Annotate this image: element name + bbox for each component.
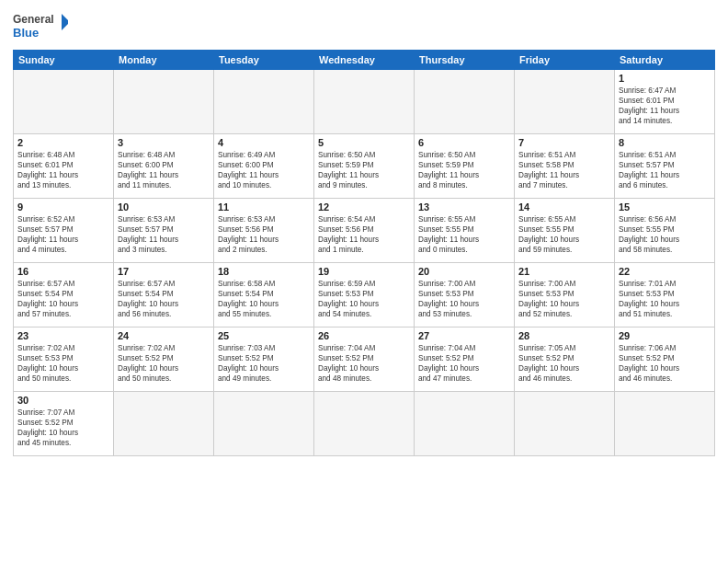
calendar-cell: 16Sunrise: 6:57 AM Sunset: 5:54 PM Dayli… [14, 263, 114, 327]
page-header: General Blue [13, 9, 715, 44]
day-info: Sunrise: 6:50 AM Sunset: 5:59 PM Dayligh… [318, 150, 410, 190]
day-number: 1 [619, 73, 711, 84]
day-number: 6 [418, 137, 510, 148]
calendar-cell: 7Sunrise: 6:51 AM Sunset: 5:58 PM Daylig… [515, 134, 615, 199]
day-info: Sunrise: 7:02 AM Sunset: 5:53 PM Dayligh… [17, 343, 109, 384]
day-info: Sunrise: 6:55 AM Sunset: 5:55 PM Dayligh… [418, 214, 510, 255]
day-info: Sunrise: 6:53 AM Sunset: 5:57 PM Dayligh… [118, 214, 210, 255]
day-number: 3 [118, 137, 210, 148]
day-info: Sunrise: 6:54 AM Sunset: 5:56 PM Dayligh… [318, 214, 410, 255]
calendar-cell: 30Sunrise: 7:07 AM Sunset: 5:52 PM Dayli… [14, 392, 114, 456]
day-number: 8 [619, 137, 711, 148]
calendar-cell: 11Sunrise: 6:53 AM Sunset: 5:56 PM Dayli… [214, 199, 314, 263]
day-info: Sunrise: 6:47 AM Sunset: 6:01 PM Dayligh… [619, 86, 711, 126]
calendar-cell: 13Sunrise: 6:55 AM Sunset: 5:55 PM Dayli… [415, 199, 515, 263]
day-number: 21 [518, 266, 610, 277]
weekday-header-wednesday: Wednesday [314, 51, 415, 70]
weekday-header-sunday: Sunday [14, 51, 114, 70]
calendar-cell: 3Sunrise: 6:48 AM Sunset: 6:00 PM Daylig… [114, 134, 214, 199]
day-number: 23 [17, 330, 109, 341]
day-number: 28 [518, 330, 610, 341]
day-info: Sunrise: 6:59 AM Sunset: 5:53 PM Dayligh… [318, 279, 410, 319]
calendar-week-5: 23Sunrise: 7:02 AM Sunset: 5:53 PM Dayli… [14, 327, 715, 392]
calendar-cell [314, 70, 415, 134]
calendar-cell [214, 392, 314, 456]
calendar-cell: 20Sunrise: 7:00 AM Sunset: 5:53 PM Dayli… [415, 263, 515, 327]
day-number: 27 [418, 330, 510, 341]
day-info: Sunrise: 6:52 AM Sunset: 5:57 PM Dayligh… [17, 214, 109, 255]
day-number: 24 [118, 330, 210, 341]
day-number: 17 [118, 266, 210, 277]
day-number: 9 [17, 201, 109, 213]
calendar-week-3: 9Sunrise: 6:52 AM Sunset: 5:57 PM Daylig… [14, 199, 715, 263]
day-info: Sunrise: 7:04 AM Sunset: 5:52 PM Dayligh… [318, 343, 410, 384]
day-number: 30 [17, 395, 109, 406]
day-number: 5 [318, 137, 410, 148]
day-info: Sunrise: 6:57 AM Sunset: 5:54 PM Dayligh… [118, 279, 210, 319]
day-number: 13 [418, 201, 510, 213]
day-number: 14 [518, 201, 610, 213]
day-number: 4 [218, 137, 310, 148]
weekday-header-row: SundayMondayTuesdayWednesdayThursdayFrid… [14, 51, 715, 70]
day-info: Sunrise: 7:06 AM Sunset: 5:52 PM Dayligh… [619, 343, 711, 384]
svg-text:General: General [13, 13, 54, 26]
calendar-cell: 9Sunrise: 6:52 AM Sunset: 5:57 PM Daylig… [14, 199, 114, 263]
calendar-cell: 19Sunrise: 6:59 AM Sunset: 5:53 PM Dayli… [314, 263, 415, 327]
calendar-cell [314, 392, 415, 456]
calendar-cell: 5Sunrise: 6:50 AM Sunset: 5:59 PM Daylig… [314, 134, 415, 199]
calendar-cell: 2Sunrise: 6:48 AM Sunset: 6:01 PM Daylig… [14, 134, 114, 199]
day-info: Sunrise: 6:53 AM Sunset: 5:56 PM Dayligh… [218, 214, 310, 255]
calendar-cell: 26Sunrise: 7:04 AM Sunset: 5:52 PM Dayli… [314, 327, 415, 392]
day-number: 7 [518, 137, 610, 148]
calendar-cell [515, 70, 615, 134]
day-info: Sunrise: 6:48 AM Sunset: 6:01 PM Dayligh… [17, 150, 109, 190]
weekday-header-tuesday: Tuesday [214, 51, 314, 70]
day-info: Sunrise: 6:56 AM Sunset: 5:55 PM Dayligh… [619, 214, 711, 255]
weekday-header-thursday: Thursday [415, 51, 515, 70]
day-info: Sunrise: 6:50 AM Sunset: 5:59 PM Dayligh… [418, 150, 510, 190]
calendar-cell: 10Sunrise: 6:53 AM Sunset: 5:57 PM Dayli… [114, 199, 214, 263]
day-number: 12 [318, 201, 410, 213]
day-info: Sunrise: 6:55 AM Sunset: 5:55 PM Dayligh… [518, 214, 610, 255]
calendar-cell: 25Sunrise: 7:03 AM Sunset: 5:52 PM Dayli… [214, 327, 314, 392]
day-info: Sunrise: 7:01 AM Sunset: 5:53 PM Dayligh… [619, 279, 711, 319]
day-number: 2 [17, 137, 109, 148]
day-info: Sunrise: 7:03 AM Sunset: 5:52 PM Dayligh… [218, 343, 310, 384]
day-info: Sunrise: 6:48 AM Sunset: 6:00 PM Dayligh… [118, 150, 210, 190]
calendar-week-1: 1Sunrise: 6:47 AM Sunset: 6:01 PM Daylig… [14, 70, 715, 134]
day-info: Sunrise: 6:58 AM Sunset: 5:54 PM Dayligh… [218, 279, 310, 319]
calendar-cell: 14Sunrise: 6:55 AM Sunset: 5:55 PM Dayli… [515, 199, 615, 263]
day-number: 29 [619, 330, 711, 341]
calendar-cell [14, 70, 114, 134]
day-number: 22 [619, 266, 711, 277]
day-number: 15 [619, 201, 711, 213]
day-info: Sunrise: 7:07 AM Sunset: 5:52 PM Dayligh… [17, 408, 109, 448]
day-info: Sunrise: 7:00 AM Sunset: 5:53 PM Dayligh… [518, 279, 610, 319]
day-info: Sunrise: 6:51 AM Sunset: 5:57 PM Dayligh… [619, 150, 711, 190]
calendar-cell: 21Sunrise: 7:00 AM Sunset: 5:53 PM Dayli… [515, 263, 615, 327]
day-info: Sunrise: 7:04 AM Sunset: 5:52 PM Dayligh… [418, 343, 510, 384]
day-number: 18 [218, 266, 310, 277]
day-number: 20 [418, 266, 510, 277]
calendar-cell [214, 70, 314, 134]
day-number: 16 [17, 266, 109, 277]
day-info: Sunrise: 7:00 AM Sunset: 5:53 PM Dayligh… [418, 279, 510, 319]
weekday-header-saturday: Saturday [615, 51, 715, 70]
day-number: 10 [118, 201, 210, 213]
calendar-cell: 23Sunrise: 7:02 AM Sunset: 5:53 PM Dayli… [14, 327, 114, 392]
calendar-cell: 4Sunrise: 6:49 AM Sunset: 6:00 PM Daylig… [214, 134, 314, 199]
svg-marker-2 [62, 14, 68, 30]
logo: General Blue [13, 9, 68, 44]
calendar-cell: 28Sunrise: 7:05 AM Sunset: 5:52 PM Dayli… [515, 327, 615, 392]
day-number: 19 [318, 266, 410, 277]
calendar-cell: 22Sunrise: 7:01 AM Sunset: 5:53 PM Dayli… [615, 263, 715, 327]
calendar-cell [615, 392, 715, 456]
calendar-cell: 8Sunrise: 6:51 AM Sunset: 5:57 PM Daylig… [615, 134, 715, 199]
calendar-week-2: 2Sunrise: 6:48 AM Sunset: 6:01 PM Daylig… [14, 134, 715, 199]
calendar-cell: 17Sunrise: 6:57 AM Sunset: 5:54 PM Dayli… [114, 263, 214, 327]
day-info: Sunrise: 6:57 AM Sunset: 5:54 PM Dayligh… [17, 279, 109, 319]
weekday-header-monday: Monday [114, 51, 214, 70]
weekday-header-friday: Friday [515, 51, 615, 70]
calendar-cell [415, 392, 515, 456]
day-info: Sunrise: 7:05 AM Sunset: 5:52 PM Dayligh… [518, 343, 610, 384]
